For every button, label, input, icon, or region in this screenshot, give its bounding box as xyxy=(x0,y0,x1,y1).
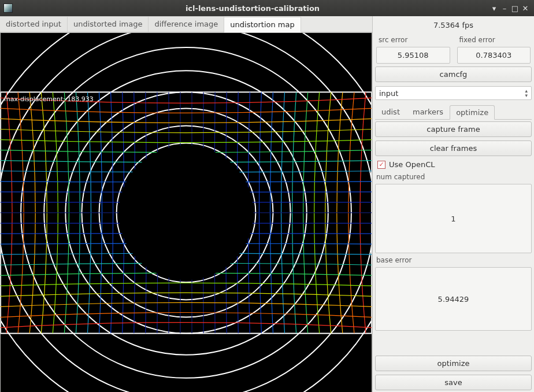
tab-difference-image[interactable]: difference image xyxy=(149,16,224,32)
checkbox-icon: ✓ xyxy=(377,161,385,169)
max-displacement-label: max-displacement: 183.933 xyxy=(4,95,94,103)
minimize-icon[interactable]: – xyxy=(499,4,510,13)
fixed-error-label: fixed error xyxy=(456,34,532,46)
fps-label: 7.5364 fps xyxy=(373,16,534,34)
src-error-label: src error xyxy=(375,34,451,46)
subtab-markers[interactable]: markers xyxy=(406,105,450,119)
use-opencl-checkbox[interactable]: ✓ Use OpenCL xyxy=(373,158,534,171)
image-tabs: distorted input undistorted image differ… xyxy=(0,16,372,32)
clear-frames-button[interactable]: clear frames xyxy=(375,140,532,156)
use-opencl-label: Use OpenCL xyxy=(389,160,435,169)
camcfg-button[interactable]: camcfg xyxy=(375,66,532,82)
close-icon[interactable]: ✕ xyxy=(520,4,531,13)
dropdown-icon[interactable]: ▾ xyxy=(489,4,499,13)
tab-distorted-input[interactable]: distorted input xyxy=(0,16,68,32)
input-select-value: input xyxy=(379,89,398,98)
num-captured-label: num captured xyxy=(373,171,534,183)
undistortion-map-view[interactable]: max-displacement: 183.933 xyxy=(0,32,372,392)
tab-undistortion-map[interactable]: undistortion map xyxy=(224,17,301,32)
base-error-label: base error xyxy=(373,254,534,266)
maximize-icon[interactable]: □ xyxy=(510,4,520,13)
capture-frame-button[interactable]: capture frame xyxy=(375,121,532,137)
input-select[interactable]: input ▴▾ xyxy=(375,86,532,100)
app-icon xyxy=(3,3,13,13)
optimize-button[interactable]: optimize xyxy=(375,356,532,371)
base-error-value: 5.94429 xyxy=(375,267,532,331)
src-error-value: 5.95108 xyxy=(376,47,450,64)
chevron-updown-icon: ▴▾ xyxy=(525,88,528,98)
undistortion-map-svg xyxy=(1,33,372,392)
subtab-udist[interactable]: udist xyxy=(375,105,406,119)
config-tabs: udist markers optimize xyxy=(375,105,532,120)
subtab-optimize[interactable]: optimize xyxy=(450,105,495,120)
fixed-error-value: 0.783403 xyxy=(457,47,531,64)
tab-undistorted-image[interactable]: undistorted image xyxy=(68,16,149,32)
save-button[interactable]: save xyxy=(375,375,532,390)
svg-point-11 xyxy=(119,146,254,280)
num-captured-value: 1 xyxy=(375,184,532,253)
window-title: icl-lens-undistortion-calibration xyxy=(16,4,489,13)
window-titlebar: icl-lens-undistortion-calibration ▾ – □ … xyxy=(0,0,534,16)
side-panel: 7.5364 fps src error 5.95108 fixed error… xyxy=(372,16,534,392)
